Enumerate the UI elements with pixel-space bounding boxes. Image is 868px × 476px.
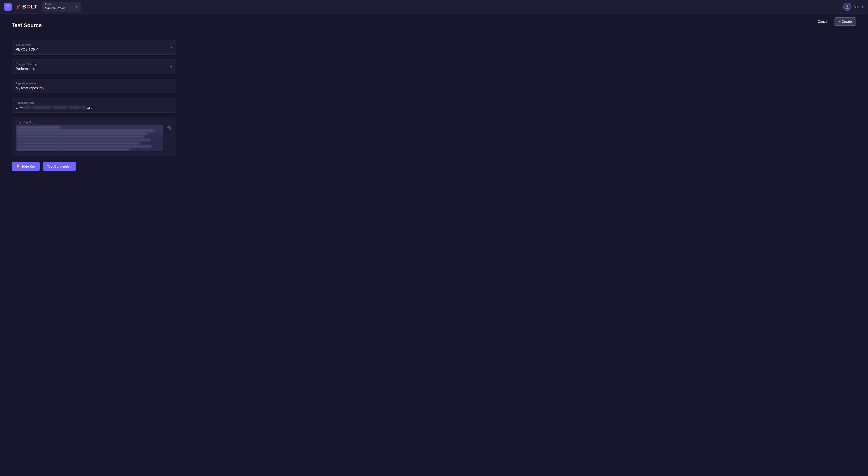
page-title: Test Source <box>11 22 42 29</box>
configuration-type-field[interactable]: Configuration Type Performance ▼ <box>11 60 176 74</box>
repo-url-display: git@ .git <box>16 105 92 109</box>
source-type-value: REPOSITORY <box>16 47 38 51</box>
blurred-line <box>17 127 60 129</box>
logo-text: BOLT <box>22 4 37 10</box>
repository-name-field[interactable]: Repository name <box>11 79 176 93</box>
test-connection-button[interactable]: Test Connection <box>43 162 76 171</box>
project-label: Project <box>45 3 73 6</box>
blurred-line <box>17 136 145 138</box>
source-type-chevron-icon: ▼ <box>170 46 173 49</box>
project-selector[interactable]: Project Sample Project ▼ <box>42 2 81 11</box>
bolt-logo: BOLT <box>14 3 37 10</box>
copy-icon <box>166 127 171 131</box>
hide-key-label: Hide Key <box>22 165 36 168</box>
source-type-label: Source Type <box>16 43 172 46</box>
user-chevron-icon: ▼ <box>861 5 864 8</box>
url-blurred-5 <box>82 106 86 109</box>
project-name: Sample Project <box>45 6 66 10</box>
user-name: Bolt <box>854 5 859 9</box>
main-content: Test Source Cancel + Create Source Type … <box>0 13 194 179</box>
repo-key-content <box>16 125 172 151</box>
blurred-line <box>17 145 152 147</box>
avatar <box>843 3 851 11</box>
key-icon: 🔑 <box>15 164 21 169</box>
url-blurred-1 <box>24 106 31 109</box>
navbar: ☰ BOLT Project Sample Project ▼ Bolt ▼ <box>0 0 868 13</box>
blurred-line <box>17 142 140 144</box>
url-blurred-2 <box>32 106 52 109</box>
menu-button[interactable]: ☰ <box>4 3 11 11</box>
bolt-logo-icon <box>14 3 21 10</box>
copy-key-button[interactable] <box>165 126 172 134</box>
svg-point-3 <box>846 5 848 7</box>
url-blurred-3 <box>53 106 68 109</box>
repo-key-label: Repository Key <box>16 121 172 124</box>
blurred-line <box>17 139 150 141</box>
form-container: Source Type REPOSITORY ▼ Configuration T… <box>11 40 176 171</box>
repository-key-field: Repository Key <box>11 117 176 156</box>
svg-point-2 <box>19 5 20 6</box>
blurred-line <box>17 148 130 150</box>
blurred-line <box>17 133 148 135</box>
url-prefix: git@ <box>16 105 23 109</box>
svg-rect-5 <box>167 128 170 131</box>
repo-url-label: Repository URL <box>16 101 172 104</box>
config-type-label: Configuration Type <box>16 63 172 66</box>
source-type-field[interactable]: Source Type REPOSITORY ▼ <box>11 40 176 55</box>
user-menu[interactable]: Bolt ▼ <box>843 3 864 11</box>
repo-key-text <box>16 125 163 151</box>
chevron-down-icon: ▼ <box>75 5 78 8</box>
config-type-value: Performance <box>16 67 35 71</box>
url-suffix: .git <box>87 105 92 109</box>
repo-key-blurred <box>16 125 163 151</box>
repository-url-field[interactable]: Repository URL git@ .git <box>11 98 176 113</box>
cancel-button[interactable]: Cancel <box>817 20 828 24</box>
hide-key-button[interactable]: 🔑 Hide Key <box>11 162 40 171</box>
menu-icon: ☰ <box>6 5 9 9</box>
project-info: Project Sample Project <box>45 3 73 10</box>
action-buttons: 🔑 Hide Key Test Connection <box>11 162 176 171</box>
config-type-chevron-icon: ▼ <box>170 65 173 68</box>
blurred-line <box>17 130 155 132</box>
repo-name-label: Repository name <box>16 82 172 85</box>
url-blurred-4 <box>69 106 80 109</box>
create-button[interactable]: + Create <box>834 18 857 26</box>
repo-name-input[interactable] <box>16 86 172 90</box>
